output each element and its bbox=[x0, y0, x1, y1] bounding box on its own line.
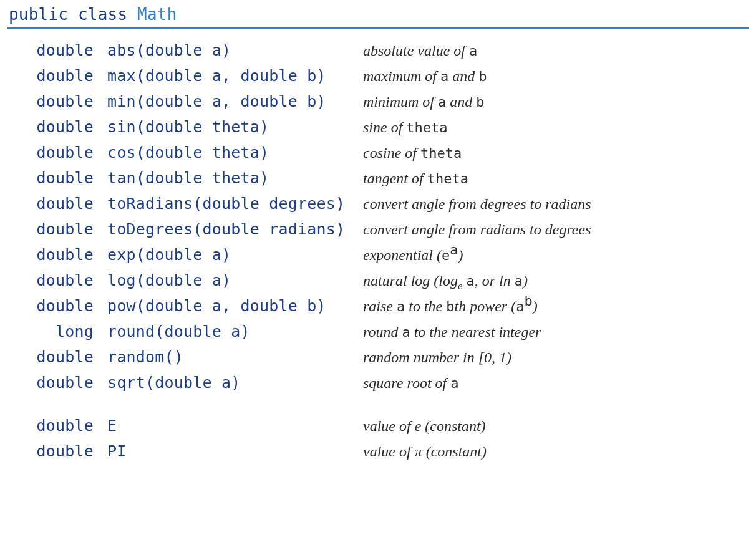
signature: abs(double a) bbox=[107, 42, 357, 58]
api-row: doublepow(double a, double b)raise a to … bbox=[7, 293, 749, 319]
api-row: doublelog(double a)natural log (loge a, … bbox=[7, 268, 749, 293]
return-type: double bbox=[7, 145, 107, 160]
return-type: double bbox=[7, 170, 107, 186]
description: square root of a bbox=[357, 375, 749, 390]
return-type: double bbox=[7, 221, 107, 237]
return-type: double bbox=[7, 298, 107, 314]
api-row: doublesin(double theta)sine of theta bbox=[7, 114, 749, 140]
header-keywords: public class bbox=[9, 5, 137, 24]
api-row: doubleexp(double a)exponential (ea) bbox=[7, 242, 749, 268]
return-type: double bbox=[7, 375, 107, 390]
header-classname: Math bbox=[137, 5, 177, 24]
return-type: double bbox=[7, 42, 107, 58]
api-row: doubleEvalue of e (constant) bbox=[7, 413, 749, 438]
signature: E bbox=[107, 418, 357, 433]
api-row: longround(double a)round a to the neares… bbox=[7, 319, 749, 344]
signature: sqrt(double a) bbox=[107, 375, 357, 390]
signature: PI bbox=[107, 443, 357, 459]
return-type: double bbox=[7, 196, 107, 211]
description: round a to the nearest integer bbox=[357, 324, 749, 339]
description: value of π (constant) bbox=[357, 444, 749, 459]
description: convert angle from degrees to radians bbox=[357, 196, 749, 211]
description: convert angle from radians to degrees bbox=[357, 222, 749, 237]
signature: toDegrees(double radians) bbox=[107, 221, 357, 237]
description: tangent of theta bbox=[357, 171, 749, 186]
signature: toRadians(double degrees) bbox=[107, 196, 357, 211]
signature: pow(double a, double b) bbox=[107, 298, 357, 314]
return-type: double bbox=[7, 418, 107, 433]
description: value of e (constant) bbox=[357, 418, 749, 433]
api-row: doubletoDegrees(double radians)convert a… bbox=[7, 216, 749, 242]
signature: log(double a) bbox=[107, 273, 357, 288]
page: public class Math doubleabs(double a)abs… bbox=[0, 0, 756, 560]
signature: cos(double theta) bbox=[107, 145, 357, 160]
signature: round(double a) bbox=[107, 324, 357, 339]
return-type: double bbox=[7, 349, 107, 365]
description: cosine of theta bbox=[357, 145, 749, 160]
spacer-row bbox=[7, 395, 749, 413]
api-row: doublerandom()random number in [0, 1) bbox=[7, 344, 749, 370]
return-type: double bbox=[7, 94, 107, 109]
api-row: doubletoRadians(double degrees)convert a… bbox=[7, 191, 749, 216]
description: absolute value of a bbox=[357, 43, 749, 58]
signature: min(double a, double b) bbox=[107, 94, 357, 109]
signature: sin(double theta) bbox=[107, 119, 357, 135]
signature: exp(double a) bbox=[107, 247, 357, 263]
signature: random() bbox=[107, 349, 357, 365]
return-type: double bbox=[7, 443, 107, 459]
return-type: double bbox=[7, 273, 107, 288]
api-table: doubleabs(double a)absolute value of ado… bbox=[7, 37, 749, 464]
signature: max(double a, double b) bbox=[107, 68, 357, 84]
signature: tan(double theta) bbox=[107, 170, 357, 186]
description: maximum of a and b bbox=[357, 69, 749, 84]
return-type: double bbox=[7, 247, 107, 263]
return-type: double bbox=[7, 119, 107, 135]
description: sine of theta bbox=[357, 120, 749, 135]
description: raise a to the bth power (ab) bbox=[357, 299, 749, 314]
description: random number in [0, 1) bbox=[357, 350, 749, 365]
api-row: doublePIvalue of π (constant) bbox=[7, 438, 749, 464]
description: natural log (loge a, or ln a) bbox=[357, 273, 749, 288]
description: exponential (ea) bbox=[357, 248, 749, 263]
api-row: doublemax(double a, double b)maximum of … bbox=[7, 63, 749, 89]
api-row: doubletan(double theta)tangent of theta bbox=[7, 165, 749, 191]
api-row: doubleabs(double a)absolute value of a bbox=[7, 37, 749, 63]
api-row: doublemin(double a, double b)minimum of … bbox=[7, 89, 749, 114]
return-type: double bbox=[7, 68, 107, 84]
description: minimum of a and b bbox=[357, 94, 749, 109]
class-header: public class Math bbox=[7, 6, 749, 27]
header-rule bbox=[7, 27, 749, 29]
api-row: doublesqrt(double a)square root of a bbox=[7, 370, 749, 395]
api-row: doublecos(double theta)cosine of theta bbox=[7, 140, 749, 165]
return-type: long bbox=[7, 324, 107, 339]
